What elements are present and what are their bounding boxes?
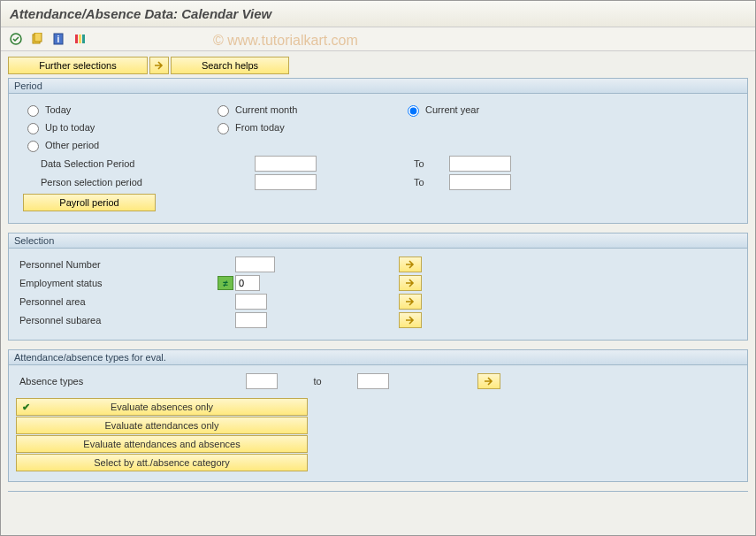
personnel-subarea-input[interactable] <box>235 312 267 328</box>
radio-current-year[interactable]: Current year <box>403 103 558 117</box>
data-selection-to-input[interactable] <box>449 156 511 172</box>
data-selection-to-label: To <box>414 158 449 169</box>
radio-up-to-today-label: Up to today <box>45 122 95 133</box>
not-equal-icon[interactable]: ≠ <box>218 276 233 290</box>
radio-current-month-label: Current month <box>235 104 297 115</box>
radio-today-label: Today <box>45 104 71 115</box>
selection-panel: Selection Personnel Number Employment st… <box>8 233 748 341</box>
window-title: Attendance/Absence Data: Calendar View <box>1 1 755 27</box>
evaluate-absences-only-label: Evaluate absences only <box>111 402 213 412</box>
svg-rect-2 <box>34 33 42 42</box>
evaluate-absences-only-button[interactable]: ✔ Evaluate absences only <box>16 398 308 416</box>
radio-from-today[interactable]: From today <box>213 120 368 134</box>
variant-icon[interactable] <box>29 31 45 47</box>
absence-types-to-label: to <box>278 376 357 387</box>
execute-icon[interactable] <box>8 31 24 47</box>
search-helps-button[interactable]: Search helps <box>171 57 289 74</box>
svg-text:i: i <box>57 34 60 44</box>
bottom-separator <box>8 491 748 492</box>
columns-icon[interactable] <box>72 31 88 47</box>
evaluate-attendances-absences-button[interactable]: Evaluate attendances and absences <box>16 435 308 453</box>
personnel-subarea-label: Personnel subarea <box>16 315 235 325</box>
personnel-area-input[interactable] <box>235 294 267 310</box>
search-helps-arrow-icon[interactable] <box>149 57 169 74</box>
radio-from-today-label: From today <box>235 122 285 133</box>
person-selection-to-input[interactable] <box>449 174 511 190</box>
data-selection-period-label: Data Selection Period <box>16 158 166 169</box>
personnel-area-multi-button[interactable] <box>399 294 422 310</box>
radio-up-to-today[interactable]: Up to today <box>23 120 178 134</box>
person-selection-to-label: To <box>414 177 449 188</box>
person-selection-period-label: Person selection period <box>16 177 166 188</box>
evaluate-attendances-absences-label: Evaluate attendances and absences <box>83 439 240 449</box>
evaluate-attendances-only-button[interactable]: Evaluate attendances only <box>16 417 308 434</box>
eval-panel-title: Attendance/absence types for eval. <box>9 350 747 365</box>
select-by-category-label: Select by att./absence category <box>94 457 229 468</box>
employment-status-multi-button[interactable] <box>399 275 422 291</box>
absence-types-to-input[interactable] <box>357 373 389 389</box>
svg-rect-7 <box>82 34 85 43</box>
personnel-area-label: Personnel area <box>16 296 235 307</box>
selection-panel-title: Selection <box>9 234 747 249</box>
toolbar: i <box>1 27 755 51</box>
absence-types-from-input[interactable] <box>246 373 278 389</box>
data-selection-from-input[interactable] <box>255 156 317 172</box>
info-icon[interactable]: i <box>50 31 66 47</box>
person-selection-from-input[interactable] <box>255 174 317 190</box>
radio-other-period[interactable]: Other period <box>23 138 178 152</box>
content-area: Further selections Search helps Period T… <box>1 51 755 497</box>
app-window: Attendance/Absence Data: Calendar View ©… <box>0 0 756 536</box>
svg-rect-5 <box>75 34 78 43</box>
eval-panel: Attendance/absence types for eval. Absen… <box>8 349 748 482</box>
personnel-subarea-multi-button[interactable] <box>399 312 422 328</box>
personnel-number-input[interactable] <box>235 257 275 272</box>
select-by-category-button[interactable]: Select by att./absence category <box>16 454 308 471</box>
period-panel-title: Period <box>9 79 747 94</box>
further-selections-button[interactable]: Further selections <box>8 57 148 74</box>
radio-current-month[interactable]: Current month <box>213 103 368 117</box>
radio-today[interactable]: Today <box>23 103 178 117</box>
svg-rect-6 <box>79 34 81 43</box>
employment-status-input[interactable] <box>235 275 260 291</box>
personnel-number-multi-button[interactable] <box>399 257 422 272</box>
check-icon: ✔ <box>22 402 30 413</box>
absence-types-label: Absence types <box>16 376 246 387</box>
personnel-number-label: Personnel Number <box>16 259 235 270</box>
radio-current-year-label: Current year <box>425 104 479 115</box>
payroll-period-button[interactable]: Payroll period <box>23 194 156 211</box>
evaluate-attendances-only-label: Evaluate attendances only <box>104 420 218 431</box>
period-panel: Period Today Current month Current year … <box>8 78 748 224</box>
absence-types-multi-button[interactable] <box>477 373 500 389</box>
radio-other-period-label: Other period <box>45 140 99 150</box>
top-button-row: Further selections Search helps <box>8 57 748 74</box>
employment-status-label: Employment status <box>16 278 218 288</box>
